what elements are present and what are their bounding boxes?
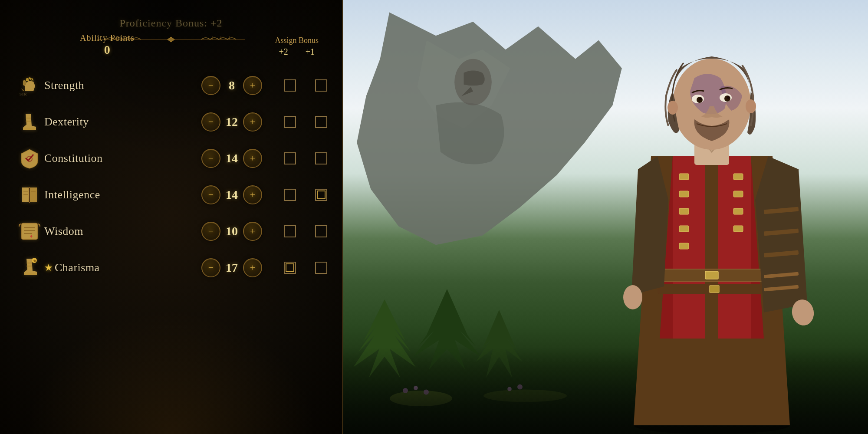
dexterity-stepper: −12+ bbox=[201, 112, 262, 132]
intelligence-value: 14 bbox=[220, 188, 243, 202]
strength-value: 8 bbox=[220, 79, 243, 92]
wisdom-name: Wisdom bbox=[44, 225, 140, 238]
constitution-value: 14 bbox=[220, 151, 243, 165]
intelligence-icon bbox=[15, 180, 44, 210]
charisma-value: 17 bbox=[220, 261, 243, 275]
wisdom-bonus-1-checkbox[interactable] bbox=[315, 225, 327, 237]
svg-rect-53 bbox=[733, 174, 743, 180]
strength-increase-button[interactable]: + bbox=[243, 76, 262, 95]
svg-point-72 bbox=[667, 101, 678, 115]
svg-point-63 bbox=[623, 285, 642, 309]
ability-row-intelligence: Intelligence−14+ bbox=[15, 179, 327, 210]
dexterity-value: 12 bbox=[220, 115, 243, 129]
svg-text:★: ★ bbox=[33, 259, 37, 263]
charisma-increase-button[interactable]: + bbox=[243, 258, 262, 277]
ability-row-constitution: Constitution−14+ bbox=[15, 143, 327, 174]
dexterity-increase-button[interactable]: + bbox=[243, 112, 262, 132]
ability-points-section: Ability Points 0 bbox=[80, 33, 135, 57]
charisma-icon: ★ bbox=[15, 253, 44, 283]
ability-row-wisdom: ♦ Wisdom−10+ bbox=[15, 216, 327, 247]
wisdom-value: 10 bbox=[220, 224, 243, 238]
dexterity-icon bbox=[15, 107, 44, 137]
svg-rect-49 bbox=[679, 191, 689, 197]
strength-icon: STR bbox=[15, 71, 44, 100]
charisma-star: ★ bbox=[44, 262, 53, 273]
strength-bonus-2-checkbox[interactable] bbox=[284, 79, 296, 92]
assign-bonus-col1: +2 bbox=[279, 47, 288, 57]
svg-rect-52 bbox=[679, 243, 689, 249]
dexterity-bonus-checkboxes bbox=[284, 116, 327, 128]
svg-rect-43 bbox=[705, 156, 718, 339]
assign-bonus-section: Assign Bonus +2 +1 bbox=[275, 36, 319, 57]
intelligence-stepper: −14+ bbox=[201, 185, 262, 204]
strength-bonus-checkboxes bbox=[284, 79, 327, 92]
assign-bonus-cols: +2 +1 bbox=[279, 47, 315, 57]
ability-scores-panel: Proficiency Bonus: +2 Ability Points 0 A… bbox=[0, 0, 343, 434]
svg-text:STR: STR bbox=[20, 92, 27, 96]
svg-rect-51 bbox=[679, 226, 689, 232]
constitution-decrease-button[interactable]: − bbox=[201, 149, 220, 168]
ability-row-dexterity: Dexterity−12+ bbox=[15, 106, 327, 138]
intelligence-name: Intelligence bbox=[44, 188, 140, 201]
constitution-bonus-checkboxes bbox=[284, 152, 327, 164]
wisdom-stepper: −10+ bbox=[201, 222, 262, 241]
svg-rect-54 bbox=[733, 191, 743, 197]
charisma-bonus-2-checkbox[interactable] bbox=[284, 262, 296, 274]
strength-stepper: −8+ bbox=[201, 76, 262, 95]
ability-row-strength: STR Strength−8+ bbox=[15, 70, 327, 101]
svg-rect-48 bbox=[679, 174, 689, 180]
svg-point-71 bbox=[727, 96, 730, 99]
intelligence-bonus-1-checkbox[interactable] bbox=[315, 189, 327, 201]
constitution-name: Constitution bbox=[44, 152, 140, 165]
wisdom-bonus-checkboxes bbox=[284, 225, 327, 237]
constitution-icon bbox=[15, 144, 44, 173]
proficiency-bonus-text: Proficiency Bonus: +2 bbox=[119, 17, 222, 29]
assign-bonus-label: Assign Bonus bbox=[275, 36, 319, 45]
intelligence-bonus-checkboxes bbox=[284, 189, 327, 201]
constitution-stepper: −14+ bbox=[201, 149, 262, 168]
character-portrait-panel bbox=[343, 0, 868, 434]
dexterity-decrease-button[interactable]: − bbox=[201, 112, 220, 132]
charisma-decrease-button[interactable]: − bbox=[201, 258, 220, 277]
svg-point-70 bbox=[699, 98, 702, 100]
wisdom-bonus-2-checkbox[interactable] bbox=[284, 225, 296, 237]
svg-rect-55 bbox=[733, 208, 743, 214]
strength-name: Strength bbox=[44, 79, 140, 92]
ability-points-value: 0 bbox=[104, 43, 110, 57]
svg-rect-45 bbox=[705, 271, 718, 279]
intelligence-decrease-button[interactable]: − bbox=[201, 185, 220, 204]
dexterity-bonus-1-checkbox[interactable] bbox=[315, 116, 327, 128]
wisdom-increase-button[interactable]: + bbox=[243, 222, 262, 241]
dexterity-name: Dexterity bbox=[44, 115, 140, 128]
svg-rect-47 bbox=[710, 286, 719, 293]
constitution-bonus-1-checkbox[interactable] bbox=[315, 152, 327, 164]
svg-rect-42 bbox=[718, 156, 751, 339]
wisdom-decrease-button[interactable]: − bbox=[201, 222, 220, 241]
intelligence-increase-button[interactable]: + bbox=[243, 185, 262, 204]
constitution-bonus-2-checkbox[interactable] bbox=[284, 152, 296, 164]
strength-bonus-1-checkbox[interactable] bbox=[315, 79, 327, 92]
strength-decrease-button[interactable]: − bbox=[201, 76, 220, 95]
wisdom-icon: ♦ bbox=[15, 217, 44, 246]
dexterity-bonus-2-checkbox[interactable] bbox=[284, 116, 296, 128]
charisma-bonus-checkboxes bbox=[284, 262, 327, 274]
charisma-bonus-1-checkbox[interactable] bbox=[315, 262, 327, 274]
assign-bonus-col2: +1 bbox=[306, 47, 315, 57]
svg-marker-1 bbox=[168, 37, 174, 42]
charisma-name: Charisma bbox=[55, 261, 150, 274]
ability-rows: STR Strength−8+ Dexterity−12+ Constituti… bbox=[15, 70, 327, 283]
svg-rect-50 bbox=[679, 208, 689, 214]
ability-points-label: Ability Points bbox=[80, 33, 135, 43]
constitution-increase-button[interactable]: + bbox=[243, 149, 262, 168]
svg-text:♦: ♦ bbox=[30, 233, 33, 239]
svg-rect-56 bbox=[733, 226, 743, 232]
svg-point-73 bbox=[746, 99, 756, 113]
character-figure bbox=[582, 35, 842, 434]
charisma-stepper: −17+ bbox=[201, 258, 262, 277]
ability-row-charisma: ★ ★Charisma−17+ bbox=[15, 252, 327, 283]
intelligence-bonus-2-checkbox[interactable] bbox=[284, 189, 296, 201]
